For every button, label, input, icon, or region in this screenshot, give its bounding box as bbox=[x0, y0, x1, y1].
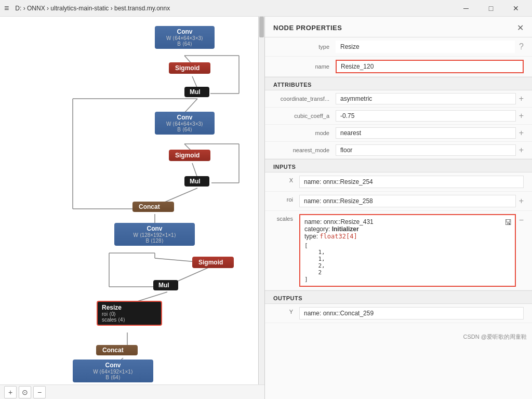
attr-coordinate-value: asymmetric bbox=[336, 93, 516, 104]
graph-toolbar: + ⊙ − bbox=[0, 384, 264, 399]
node-mul-3[interactable]: Mul bbox=[153, 280, 178, 290]
properties-panel: NODE PROPERTIES ✕ type Resize ? name Res… bbox=[265, 17, 532, 399]
zoom-in-button[interactable]: + bbox=[4, 386, 17, 398]
attr-nearest-row: nearest_mode floor + bbox=[265, 142, 532, 159]
attr-mode-action[interactable]: + bbox=[519, 128, 524, 138]
watermark: CSDN @爱听歌的周童鞋 bbox=[463, 333, 527, 341]
node-sigmoid-1[interactable]: Sigmoid bbox=[169, 62, 210, 74]
input-roi-row: roi name: onnx::Resize_258 + bbox=[265, 192, 532, 211]
attr-cubic-value: -0.75 bbox=[336, 110, 516, 122]
close-button[interactable]: ✕ bbox=[504, 0, 528, 17]
zoom-reset-button[interactable]: ⊙ bbox=[19, 386, 31, 398]
attr-nearest-value: floor bbox=[336, 144, 516, 156]
node-concat-1[interactable]: Concat bbox=[132, 202, 174, 212]
name-value[interactable]: Resize_120 bbox=[336, 60, 524, 73]
input-roi-value: name: onnx::Resize_258 bbox=[299, 195, 516, 207]
scales-type: type: float32[4] bbox=[304, 233, 511, 240]
node-conv-2[interactable]: Conv W ⟨64×64×3×3⟩ B ⟨64⟩ bbox=[155, 112, 215, 135]
node-mul-2[interactable]: Mul bbox=[184, 176, 209, 187]
output-y-label: Y bbox=[273, 307, 299, 315]
graph-svg: Conv W ⟨64×64×3×3⟩ B ⟨64⟩ Sigmoid Mul Co… bbox=[0, 17, 259, 399]
menu-icon[interactable]: ≡ bbox=[4, 4, 9, 13]
node-conv-4[interactable]: Conv W ⟨64×192×1×1⟩ B ⟨64⟩ bbox=[73, 360, 153, 382]
graph-area[interactable]: Conv W ⟨64×64×3×3⟩ B ⟨64⟩ Sigmoid Mul Co… bbox=[0, 17, 265, 399]
node-resize[interactable]: Resize roi ⟨0⟩ scales ⟨4⟩ bbox=[97, 301, 162, 326]
type-row: type Resize ? bbox=[265, 37, 532, 57]
svg-line-5 bbox=[184, 99, 197, 113]
attr-nearest-action[interactable]: + bbox=[519, 145, 524, 155]
inputs-section-header: INPUTS bbox=[265, 159, 532, 172]
name-label: name bbox=[273, 63, 336, 70]
scales-box: name: onnx::Resize_431 category: Initial… bbox=[299, 214, 516, 287]
title-path: D: › ONNX › ultralytics-main-static › be… bbox=[15, 5, 454, 12]
type-value: Resize bbox=[336, 41, 515, 53]
zoom-out-button[interactable]: − bbox=[33, 386, 46, 398]
node-concat-2[interactable]: Concat bbox=[96, 345, 138, 355]
attr-mode-row: mode nearest + bbox=[265, 125, 532, 142]
window-controls: ─ □ ✕ bbox=[454, 0, 528, 17]
outputs-section-header: OUTPUTS bbox=[265, 290, 532, 304]
copy-icon[interactable]: 🖫 bbox=[504, 218, 512, 227]
node-conv-1[interactable]: Conv W ⟨64×64×3×3⟩ B ⟨64⟩ bbox=[155, 26, 215, 49]
type-label: type bbox=[273, 44, 336, 50]
output-y-value: name: onnx::Concat_259 bbox=[299, 307, 524, 320]
scales-data: [ 1, 1, 2, 2 ] bbox=[304, 242, 511, 283]
attr-cubic-label: cubic_coeff_a bbox=[273, 113, 336, 119]
panel-close-button[interactable]: ✕ bbox=[517, 23, 524, 33]
node-mul-1[interactable]: Mul bbox=[184, 87, 209, 97]
attr-cubic-row: cubic_coeff_a -0.75 + bbox=[265, 108, 532, 125]
scales-name: name: onnx::Resize_431 bbox=[304, 218, 511, 225]
attr-coordinate-label: coordinate_transf... bbox=[273, 96, 336, 102]
attributes-section-header: ATTRIBUTES bbox=[265, 77, 532, 90]
graph-scrollbar-thumb[interactable] bbox=[259, 17, 264, 37]
svg-line-7 bbox=[192, 163, 197, 178]
scales-category: category: Initializer bbox=[304, 225, 511, 233]
attr-nearest-label: nearest_mode bbox=[273, 147, 336, 153]
main-content: Conv W ⟨64×64×3×3⟩ B ⟨64⟩ Sigmoid Mul Co… bbox=[0, 17, 532, 399]
attr-mode-label: mode bbox=[273, 130, 336, 136]
scales-action[interactable]: − bbox=[519, 214, 524, 225]
input-x-value: name: onnx::Resize_254 bbox=[299, 176, 524, 188]
input-roi-label: roi bbox=[273, 195, 299, 203]
input-roi-action[interactable]: + bbox=[519, 195, 524, 206]
attr-coordinate-action[interactable]: + bbox=[519, 94, 524, 103]
panel-title: NODE PROPERTIES bbox=[273, 24, 342, 32]
input-x-row: X name: onnx::Resize_254 bbox=[265, 172, 532, 192]
name-row: name Resize_120 bbox=[265, 57, 532, 77]
input-scales-row: scales name: onnx::Resize_431 category: … bbox=[265, 211, 532, 290]
attr-cubic-action[interactable]: + bbox=[519, 111, 524, 121]
attr-coordinate-row: coordinate_transf... asymmetric + bbox=[265, 90, 532, 108]
input-x-label: X bbox=[273, 176, 299, 183]
node-sigmoid-2[interactable]: Sigmoid bbox=[169, 150, 210, 161]
node-sigmoid-3[interactable]: Sigmoid bbox=[192, 257, 234, 268]
title-bar: ≡ D: › ONNX › ultralytics-main-static › … bbox=[0, 0, 532, 17]
panel-header: NODE PROPERTIES ✕ bbox=[265, 17, 532, 37]
node-conv-3[interactable]: Conv W ⟨128×192×1×1⟩ B ⟨128⟩ bbox=[114, 223, 195, 246]
minimize-button[interactable]: ─ bbox=[454, 0, 478, 17]
input-scales-label: scales bbox=[273, 214, 299, 222]
attr-mode-value: nearest bbox=[336, 127, 516, 139]
graph-scrollbar-v[interactable] bbox=[258, 17, 264, 389]
maximize-button[interactable]: □ bbox=[479, 0, 503, 17]
type-action-button[interactable]: ? bbox=[519, 42, 524, 51]
output-y-row: Y name: onnx::Concat_259 bbox=[265, 304, 532, 323]
